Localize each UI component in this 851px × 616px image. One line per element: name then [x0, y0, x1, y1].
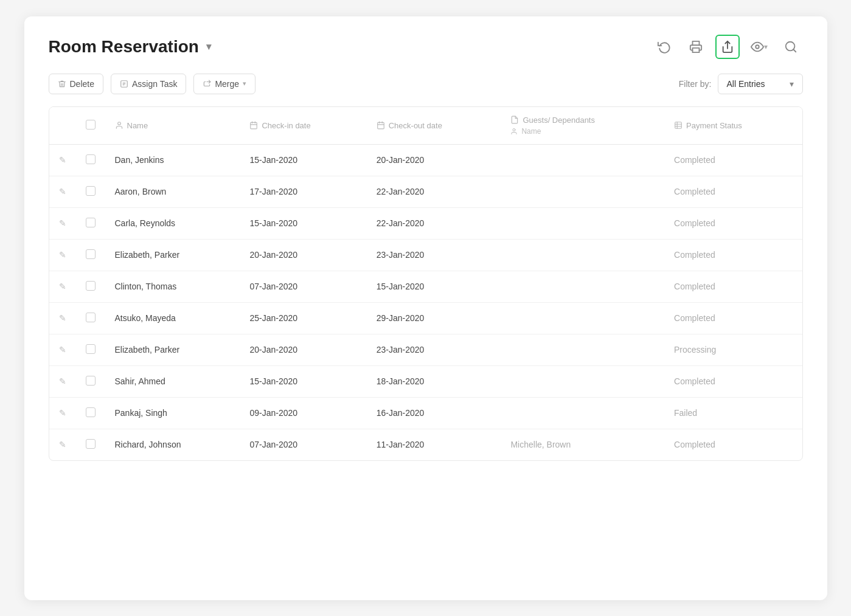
payment-cell: Processing	[664, 334, 802, 365]
checkbox-cell	[76, 271, 105, 302]
edit-icon[interactable]: ✎	[59, 345, 66, 355]
title-chevron-icon[interactable]: ▾	[206, 41, 211, 52]
edit-icon[interactable]: ✎	[59, 313, 66, 323]
checkin-cell: 20-Jan-2020	[240, 334, 366, 365]
table-row: ✎Sahir, Ahmed15-Jan-202018-Jan-2020Compl…	[49, 365, 802, 397]
svg-point-2	[755, 45, 759, 49]
name-cell: Dan, Jenkins	[105, 144, 240, 176]
name-cell: Clinton, Thomas	[105, 271, 240, 302]
svg-rect-0	[692, 47, 699, 52]
delete-label: Delete	[70, 79, 94, 89]
checkin-cell: 20-Jan-2020	[240, 239, 366, 271]
svg-rect-10	[251, 122, 257, 129]
edit-icon[interactable]: ✎	[59, 187, 66, 196]
row-checkbox[interactable]	[86, 249, 96, 259]
guests-cell	[501, 271, 664, 302]
table-row: ✎Richard, Johnson07-Jan-202011-Jan-2020M…	[49, 429, 802, 460]
edit-icon[interactable]: ✎	[59, 218, 66, 228]
checkbox-cell	[76, 144, 105, 176]
th-guests: Guests/ Dependants Name	[501, 107, 664, 145]
delete-button[interactable]: Delete	[49, 74, 103, 94]
payment-cell: Completed	[664, 302, 802, 334]
refresh-button[interactable]	[652, 35, 676, 59]
reservations-table: Name Check-in date	[49, 107, 802, 460]
filter-section: Filter by: All Entries ▾	[679, 74, 803, 94]
header-checkbox[interactable]	[86, 120, 96, 130]
guests-cell	[501, 239, 664, 271]
row-checkbox[interactable]	[86, 407, 96, 417]
search-icon	[784, 40, 797, 54]
row-checkbox[interactable]	[86, 313, 96, 322]
row-checkbox[interactable]	[86, 186, 96, 196]
table-row: ✎Clinton, Thomas07-Jan-202015-Jan-2020Co…	[49, 271, 802, 302]
checkout-cell: 20-Jan-2020	[367, 144, 501, 176]
print-icon	[689, 40, 703, 54]
title-text: Room Reservation	[49, 37, 199, 57]
merge-chevron-icon: ▾	[243, 80, 246, 88]
table-row: ✎Atsuko, Mayeda25-Jan-202029-Jan-2020Com…	[49, 302, 802, 334]
row-checkbox[interactable]	[86, 218, 96, 227]
trash-icon	[58, 80, 66, 88]
assign-task-label: Assign Task	[132, 79, 177, 89]
guests-cell	[501, 334, 664, 365]
table-row: ✎Pankaj, Singh09-Jan-202016-Jan-2020Fail…	[49, 397, 802, 429]
edit-icon[interactable]: ✎	[59, 155, 66, 165]
th-name-label: Name	[127, 121, 148, 130]
table-row: ✎Elizabeth, Parker20-Jan-202023-Jan-2020…	[49, 334, 802, 365]
view-chevron-icon: ▾	[764, 43, 768, 51]
payment-cell: Failed	[664, 397, 802, 429]
svg-point-9	[117, 122, 120, 125]
checkbox-cell	[76, 239, 105, 271]
payment-cell: Completed	[664, 271, 802, 302]
calendar-checkin-icon	[249, 121, 258, 130]
payment-cell: Completed	[664, 239, 802, 271]
checkin-cell: 25-Jan-2020	[240, 302, 366, 334]
row-checkbox[interactable]	[86, 281, 96, 291]
row-checkbox[interactable]	[86, 376, 96, 386]
guests-cell: Michelle, Brown	[501, 429, 664, 460]
checkout-cell: 11-Jan-2020	[367, 429, 501, 460]
checkbox-cell	[76, 207, 105, 239]
checkout-cell: 18-Jan-2020	[367, 365, 501, 397]
guests-cell	[501, 207, 664, 239]
share-button[interactable]	[715, 35, 740, 59]
filter-select[interactable]: All Entries ▾	[718, 74, 803, 94]
table-row: ✎Carla, Reynolds15-Jan-202022-Jan-2020Co…	[49, 207, 802, 239]
svg-line-4	[793, 49, 796, 52]
th-payment: Payment Status	[664, 107, 802, 145]
checkout-cell: 23-Jan-2020	[367, 239, 501, 271]
payment-cell: Completed	[664, 429, 802, 460]
name-cell: Carla, Reynolds	[105, 207, 240, 239]
name-cell: Sahir, Ahmed	[105, 365, 240, 397]
print-button[interactable]	[684, 35, 708, 59]
payment-cell: Completed	[664, 207, 802, 239]
svg-point-18	[513, 128, 515, 131]
row-checkbox[interactable]	[86, 344, 96, 354]
person-icon	[115, 121, 123, 130]
toolbar: Delete Assign Task Merge ▾ Filter by:	[49, 74, 803, 94]
edit-icon[interactable]: ✎	[59, 282, 66, 291]
app-container: Room Reservation ▾	[24, 16, 827, 600]
search-button[interactable]	[779, 35, 803, 59]
edit-cell: ✎	[49, 176, 76, 207]
edit-cell: ✎	[49, 239, 76, 271]
payment-cell: Completed	[664, 365, 802, 397]
edit-icon[interactable]: ✎	[59, 408, 66, 418]
checkbox-cell	[76, 302, 105, 334]
name-cell: Richard, Johnson	[105, 429, 240, 460]
row-checkbox[interactable]	[86, 154, 96, 164]
view-button[interactable]: ▾	[747, 35, 771, 59]
edit-icon[interactable]: ✎	[59, 376, 66, 386]
edit-icon[interactable]: ✎	[59, 250, 66, 260]
guests-cell	[501, 365, 664, 397]
edit-icon[interactable]: ✎	[59, 440, 66, 449]
row-checkbox[interactable]	[86, 439, 96, 449]
guests-cell	[501, 302, 664, 334]
name-cell: Pankaj, Singh	[105, 397, 240, 429]
assign-task-button[interactable]: Assign Task	[111, 74, 186, 94]
filter-value: All Entries	[727, 79, 765, 89]
guests-cell	[501, 397, 664, 429]
merge-button[interactable]: Merge ▾	[193, 74, 255, 94]
checkin-cell: 17-Jan-2020	[240, 176, 366, 207]
th-checkout: Check-out date	[367, 107, 501, 145]
